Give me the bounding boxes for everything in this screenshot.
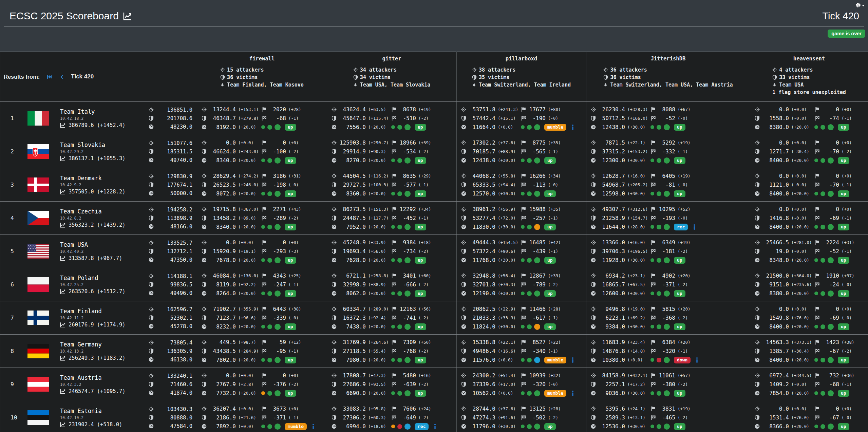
attack-total-icon [149,340,154,345]
defense-diff: (+90.3) [368,149,386,154]
sla-diff: (+30.0) [627,258,645,263]
attack-diff: (+264.6) [368,340,389,345]
status-badge: up [544,190,556,197]
defense-line: 46624.0(+243.0) [202,148,261,155]
info-icon[interactable] [693,224,696,230]
status-dot-green [828,157,834,164]
service-cell-firewall: 0.0(+0.0)0(+0)2767.9(+2.8)-376(-2)7732.0… [197,368,327,401]
team-ip: 10.42.3.2 [60,382,126,387]
service-status: up [650,423,750,430]
attack-value: 5395.6 [599,406,625,412]
flags-lost-value: -24 [822,281,839,288]
attack-value: 71902.7 [209,306,236,312]
skip-to-start-button[interactable] [46,74,52,79]
attack-value: 0.0 [762,306,789,312]
defense-value: 1409.2 [762,381,789,388]
flags-lost-icon [391,149,396,154]
flags-captured-diff: (+20) [678,273,691,278]
defense-line: 7123.7(+96.6) [202,315,261,321]
info-icon[interactable] [571,125,574,130]
defense-icon [755,149,760,154]
flags-lost-icon [391,116,396,121]
flags-lost-line: -320(-1) [650,348,750,354]
flags-lost-icon [650,249,656,254]
attack-line: 49307.7(+312.6) [591,206,650,212]
flags-captured-line: 0(+0) [261,239,327,246]
attack-icon [755,340,760,345]
chart-line-icon [60,156,65,161]
sla-value: 8400.0 [762,323,789,330]
flags-lost-value: -74 [822,115,839,121]
flags-lost-value: -257 [529,215,546,221]
team-name[interactable]: Team Estonia [60,408,122,414]
team-name[interactable]: Team Germany [60,341,126,348]
status-dot-green [261,225,265,229]
sla-icon [332,191,337,196]
team-name[interactable]: Team Slovakia [60,142,126,148]
flags-captured-diff: (+28) [288,107,301,112]
defense-value: 1121.0 [762,182,789,188]
sla-icon [461,191,466,196]
status-dot-green [650,258,654,262]
attack-diff: (+47.3) [368,373,386,378]
sla-line: 7980.0(+20.0) [332,357,391,363]
defense-icon [332,382,337,387]
flags-captured-icon [391,273,396,278]
status-dot-green [275,157,281,164]
team-name[interactable]: Team USA [60,241,122,248]
info-icon[interactable] [695,357,699,363]
status-dot-green [521,258,525,262]
info-icon[interactable] [433,424,437,429]
attack-value: 31769.9 [339,339,366,345]
flags-lost-icon [521,215,526,221]
team-name[interactable]: Team Poland [60,275,126,281]
defense-icon [202,249,207,254]
defense-value: 29914.9 [339,148,366,155]
team-name[interactable]: Team Finland [60,308,126,315]
flags-captured-value: 9384 [399,239,416,246]
team-name[interactable]: Team Denmark [60,175,126,182]
defense-line: 19693.4(+56.0) [332,248,391,255]
sla-diff: (+30.0) [627,424,645,429]
team-name[interactable]: Team Austria [60,374,126,381]
team-row: 3Team Denmark10.42.9.2357505.0(+1228.2)1… [0,168,868,202]
service-name: JitterishDB [586,56,750,62]
flags-lost-line: -380(-2) [650,381,750,388]
status-dot-blue [534,357,540,363]
flags-captured-value: 7309 [399,339,416,345]
flags-lost-icon [521,182,526,187]
attack-diff: (+16.0) [627,173,645,179]
flags-lost-line: -52(-1) [814,248,868,255]
service-cell-JitterishDB: 13366.0(+16.0)6349(+19)39706.3(+196.5)-1… [586,235,750,268]
attack-diff: (+56.9) [498,207,516,212]
sla-line: 7802.0(+20.0) [202,357,261,363]
attack-value: 0.0 [209,139,236,146]
sla-diff: (+20.0) [238,258,256,263]
team-name[interactable]: Team Italy [60,108,126,115]
previous-tick-button[interactable] [60,74,64,79]
sla-value: 8192.0 [209,124,236,130]
attack-value: 125903.8 [339,139,366,146]
sla-line: 8072.0(+20.0) [202,190,261,197]
sla-line: 12600.0(+30.0) [591,290,650,297]
team-name[interactable]: Team Czechia [60,208,126,215]
defense-icon [755,349,760,354]
defense-icon [461,149,466,154]
info-icon[interactable] [571,391,574,396]
service-status: up [521,157,586,164]
flags-lost-line: -68(-1) [261,115,327,121]
sla-diff: (+20.0) [791,125,809,130]
attack-line: 0.0(+0.0) [755,206,814,212]
service-cell-heavensent: 6972.4(+344.5)732(+36)1409.2(-0.0)-68(-1… [750,368,868,401]
info-icon[interactable] [312,424,315,429]
settings-menu-button[interactable] [855,2,865,8]
service-header-firewall: firewall15 attackers36 victimsTeam Finla… [197,52,327,102]
defense-value: 24487.5 [339,215,366,221]
service-cell-pillarboxd: 44068.2(+55.8)16266(+34)65333.5(+94.4)-1… [457,168,586,202]
flags-lost-diff: (-1) [288,282,299,287]
flags-captured-diff: (+0) [842,406,852,411]
status-dot-green [664,424,670,430]
attack-icon [755,140,760,145]
service-status: up [521,190,586,197]
info-icon[interactable] [571,357,574,363]
